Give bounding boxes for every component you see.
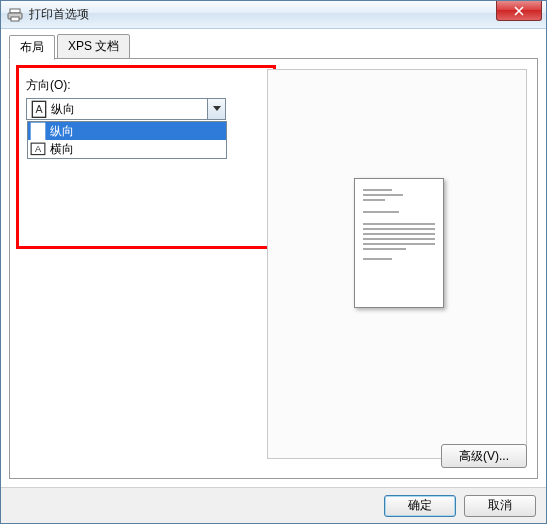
ok-button-label: 确定 <box>408 497 432 514</box>
page-preview <box>354 178 444 308</box>
svg-text:A: A <box>35 103 43 115</box>
svg-text:A: A <box>35 144 42 154</box>
svg-rect-0 <box>10 9 20 13</box>
window-title: 打印首选项 <box>29 6 89 23</box>
option-landscape[interactable]: A 横向 <box>28 140 226 158</box>
close-button[interactable] <box>496 1 542 21</box>
dialog-button-row: 确定 取消 <box>1 487 546 523</box>
option-portrait-label: 纵向 <box>50 123 74 140</box>
tab-xps-label: XPS 文档 <box>68 39 119 53</box>
option-portrait[interactable]: A 纵向 <box>28 122 226 140</box>
ok-button[interactable]: 确定 <box>384 495 456 517</box>
orientation-group: 方向(O): A 纵向 A 纵向 <box>26 77 244 120</box>
orientation-combobox[interactable]: A 纵向 A 纵向 <box>26 98 226 120</box>
tab-layout[interactable]: 布局 <box>9 35 55 60</box>
print-preferences-window: 打印首选项 布局 XPS 文档 方向(O): A 纵向 <box>0 0 547 524</box>
orientation-dropdown: A 纵向 A 横向 <box>27 121 227 159</box>
layout-tabpanel: 方向(O): A 纵向 A 纵向 <box>9 58 538 479</box>
portrait-page-icon: A <box>30 123 46 139</box>
advanced-button[interactable]: 高级(V)... <box>441 444 527 468</box>
printer-icon <box>7 7 23 23</box>
cancel-button[interactable]: 取消 <box>464 495 536 517</box>
orientation-selected-text: 纵向 <box>51 101 207 118</box>
titlebar: 打印首选项 <box>1 1 546 29</box>
tabstrip: 布局 XPS 文档 <box>9 37 538 59</box>
tab-layout-label: 布局 <box>20 40 44 54</box>
tab-xps-document[interactable]: XPS 文档 <box>57 34 130 59</box>
orientation-label: 方向(O): <box>26 77 244 94</box>
svg-rect-2 <box>11 17 19 21</box>
cancel-button-label: 取消 <box>488 497 512 514</box>
landscape-page-icon: A <box>30 141 46 157</box>
chevron-down-icon <box>207 99 225 119</box>
client-area: 布局 XPS 文档 方向(O): A 纵向 <box>1 29 546 487</box>
option-landscape-label: 横向 <box>50 141 74 158</box>
portrait-page-icon: A <box>31 101 47 117</box>
preview-pane <box>267 69 527 459</box>
svg-text:A: A <box>34 125 42 137</box>
advanced-button-label: 高级(V)... <box>459 448 509 465</box>
